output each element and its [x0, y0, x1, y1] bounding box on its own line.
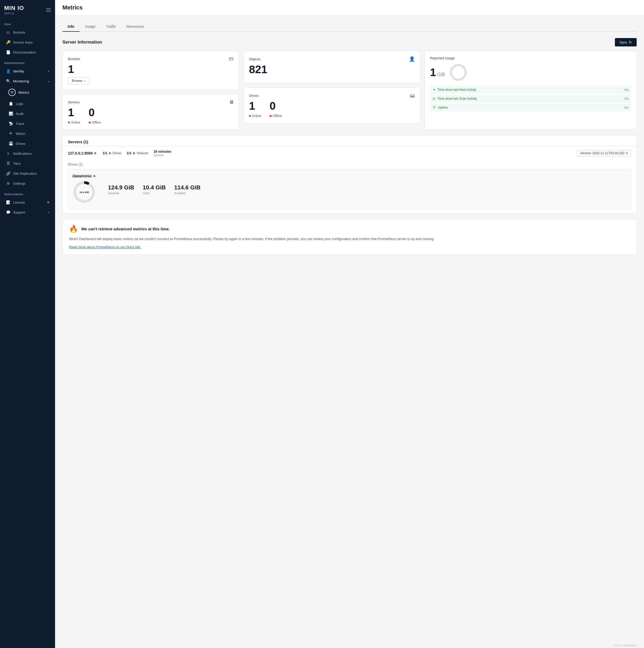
servers-card-icon: 🖥: [229, 99, 234, 105]
drive-available: 114.6 GiB Available: [174, 184, 200, 195]
sidebar-item-label: Audit: [16, 112, 49, 116]
drives-online-value: 1: [249, 101, 261, 111]
chevron-down-icon: ▾: [48, 70, 49, 73]
site-replication-icon: 🔗: [6, 171, 10, 176]
sidebar-item-label: Watch: [16, 132, 49, 136]
sidebar-item-label: Settings: [13, 181, 49, 185]
drives-card-icon: 🖴: [410, 93, 415, 98]
servers-title: Servers: [68, 100, 80, 104]
sidebar-item-watch[interactable]: 👁 Watch: [2, 129, 54, 138]
network-label: Network: [137, 151, 148, 155]
drive-donut-chart: 10.4 GiB: [72, 180, 96, 204]
sidebar-item-logs[interactable]: 📋 Logs: [2, 99, 54, 108]
server-status-dot: [94, 152, 96, 154]
logo-version: AGPLv3: [4, 12, 24, 15]
servers-offline-label: Offline: [92, 121, 101, 124]
warning-title: We can't retrieve advanced metrics at th…: [81, 227, 170, 231]
usage-card-title: Reported Usage: [430, 56, 631, 60]
drives-ratio: 1/1: [103, 151, 107, 155]
sidebar-item-label: Metrics: [18, 91, 49, 95]
tab-usage[interactable]: Usage: [80, 22, 101, 32]
server-info-title: Server Information: [62, 40, 102, 45]
capacity-label: Capacity: [108, 192, 134, 195]
documentation-icon: 📄: [6, 50, 10, 55]
sidebar-item-license[interactable]: 📝 License: [2, 198, 54, 207]
license-icon: 📝: [6, 200, 10, 205]
warning-icon: 🔥: [69, 225, 78, 233]
sidebar-item-tiers[interactable]: 🗄 Tiers: [2, 159, 54, 168]
sidebar-item-trace[interactable]: 📡 Trace: [2, 119, 54, 128]
buckets-value: 1: [68, 64, 234, 75]
sidebar-item-settings[interactable]: ⚙ Settings: [2, 179, 54, 188]
monitoring-icon: 🔍: [6, 79, 10, 84]
servers-offline-value: 0: [89, 107, 101, 118]
prometheus-docs-link[interactable]: Read more about Prometheus on our Docs s…: [69, 245, 141, 249]
drive-capacity: 124.9 GiB Capacity: [108, 184, 134, 195]
browse-label: Browse →: [72, 79, 86, 83]
sidebar-item-identity[interactable]: 👤 Identity ▾: [2, 66, 54, 76]
access-keys-icon: 🔑: [6, 40, 10, 45]
servers-section: Servers (1) 127.0.0.1:9000 1/1 Drives 1/…: [62, 135, 637, 214]
content-area: Info Usage Traffic Resources Server Info…: [55, 15, 644, 642]
watch-icon: 👁: [8, 131, 13, 136]
scan-value: n/a: [624, 97, 629, 101]
sidebar-logo: MIN IO AGPLv3: [0, 0, 55, 18]
buckets-card: Buckets 🗃 1 Browse →: [62, 51, 239, 90]
servers-card: Servers 🖥 1 Online 0 Offline: [62, 94, 239, 130]
scan-label: Time since last Scan Activity: [437, 97, 477, 101]
tiers-icon: 🗄: [6, 161, 10, 166]
tab-resources[interactable]: Resources: [121, 22, 149, 32]
servers-section-title: Servers (1): [63, 136, 636, 146]
sidebar-item-monitoring[interactable]: 🔍 Monitoring ▴: [2, 76, 54, 86]
warning-body: MinIO Dashboard will display basic metri…: [69, 236, 630, 242]
server-uptime-value: 19 minutes: [154, 150, 171, 154]
sidebar-item-drives[interactable]: 💾 Drives: [2, 139, 54, 148]
usage-unit: GiB: [437, 72, 445, 77]
usage-row-uptime: ⏱ Uptime n/a: [430, 104, 631, 111]
available-value: 114.6 GiB: [174, 184, 200, 191]
hamburger-button[interactable]: [46, 8, 51, 12]
drive-used: 10.4 GiB Used: [142, 184, 166, 195]
server-info-header: Server Information Sync ↻: [62, 38, 637, 46]
drive-name-dot: [93, 175, 96, 177]
server-row: 127.0.0.1:9000 1/1 Drives 1/1 Network 19…: [63, 146, 636, 160]
network-stat-dot: [133, 152, 135, 154]
objects-title: Objects: [249, 57, 260, 61]
buckets-card-icon: 🗃: [229, 56, 234, 62]
sidebar-item-access-keys[interactable]: 🔑 Access Keys: [2, 38, 54, 47]
sidebar-item-site-replication[interactable]: 🔗 Site Replication: [2, 169, 54, 178]
trace-icon: 📡: [8, 121, 13, 126]
version-badge[interactable]: Version: 2022-11-11T03:44:20Z ▾: [577, 150, 631, 157]
sidebar-item-buckets[interactable]: 🗂 Buckets: [2, 28, 54, 37]
version-text: Version: 2022-11-11T03:44:20Z: [580, 151, 625, 155]
sidebar-item-label: Trace: [16, 122, 49, 126]
sidebar-item-documentation[interactable]: 📄 Documentation: [2, 48, 54, 57]
server-ip: 127.0.0.1:9000: [68, 151, 97, 155]
used-value: 10.4 GiB: [142, 184, 166, 191]
tab-info[interactable]: Info: [62, 22, 80, 32]
drives-offline-value: 0: [270, 101, 282, 111]
page-title: Metrics: [62, 4, 637, 11]
drive-online-dot: [249, 115, 251, 117]
svg-text:10.4 GiB: 10.4 GiB: [79, 191, 89, 194]
sidebar-item-label: Notifications: [13, 152, 49, 156]
servers-online-value: 1: [68, 107, 80, 118]
chevron-down-icon: ▾: [48, 211, 49, 214]
available-label: Available: [174, 192, 200, 195]
sidebar-item-audit[interactable]: 📊 Audit: [2, 109, 54, 118]
heal-icon: ✦: [433, 88, 435, 92]
license-dot-badge: [47, 201, 49, 203]
sidebar-item-metrics[interactable]: M Metrics: [2, 86, 54, 98]
sidebar: MIN IO AGPLv3 User 🗂 Buckets 🔑 Access Ke…: [0, 0, 55, 648]
usage-card: Reported Usage 1GiB ✦ Time since last H: [424, 51, 637, 130]
sync-button[interactable]: Sync ↻: [615, 38, 637, 46]
sidebar-item-notifications[interactable]: λ Notifications: [2, 149, 54, 158]
heal-label: Time since last Heal Activity: [437, 88, 476, 92]
sidebar-item-label: Identity: [13, 69, 45, 73]
browse-button[interactable]: Browse →: [68, 77, 90, 84]
identity-icon: 👤: [6, 69, 10, 73]
tab-traffic[interactable]: Traffic: [101, 22, 121, 32]
sync-label: Sync: [620, 40, 627, 44]
usage-row-scan: ⊙ Time since last Scan Activity n/a: [430, 95, 631, 103]
sidebar-item-support[interactable]: 💬 Support ▾: [2, 208, 54, 217]
